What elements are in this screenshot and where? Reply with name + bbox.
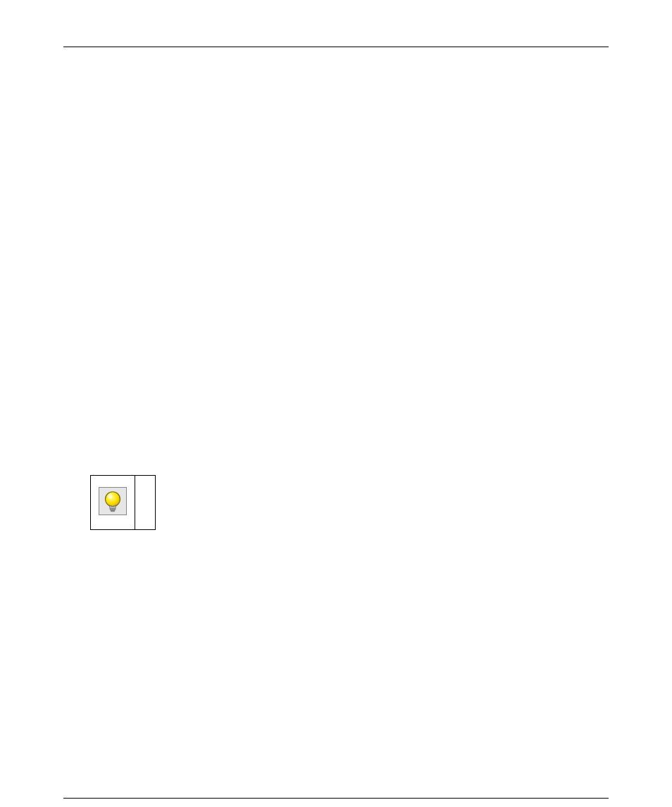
- svg-rect-2: [111, 510, 115, 512]
- svg-point-3: [108, 494, 112, 500]
- tip-text-cell: [135, 476, 156, 530]
- tip-callout: [90, 475, 156, 530]
- bottom-horizontal-rule: [63, 798, 609, 799]
- tip-icon-cell: [91, 476, 135, 530]
- svg-rect-1: [110, 508, 116, 510]
- lightbulb-icon: [99, 487, 127, 515]
- top-horizontal-rule: [63, 47, 609, 47]
- document-page: Advanced Configuration of the Router 5-1…: [0, 47, 672, 807]
- svg-point-0: [106, 492, 120, 507]
